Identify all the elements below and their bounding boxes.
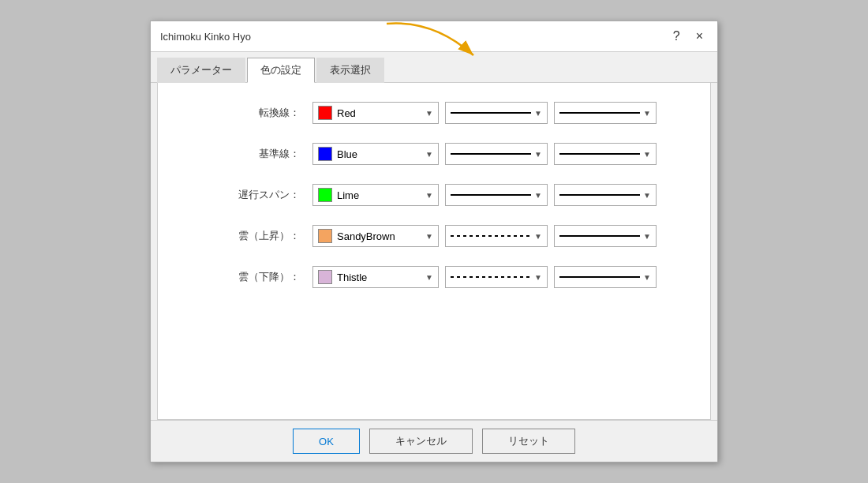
chevron-line1-kijun: ▼: [534, 150, 542, 159]
chevron-line1-chikou: ▼: [534, 191, 542, 200]
color-select-chikou[interactable]: Lime ▼: [312, 184, 439, 206]
line1-kumo-down-inner: [451, 276, 531, 278]
line1-tenkan-inner: [451, 112, 531, 114]
chevron-line1-kumo-up: ▼: [534, 232, 542, 241]
line1-tenkan[interactable]: ▼: [445, 102, 548, 124]
row-chikou: 遅行スパン： Lime ▼ ▼ ▼: [189, 184, 679, 206]
color-select-tenkan[interactable]: Red ▼: [312, 102, 439, 124]
tab-colors[interactable]: 色の設定: [247, 58, 315, 83]
chevron-line2-chikou: ▼: [643, 191, 651, 200]
tab-display[interactable]: 表示選択: [316, 58, 384, 83]
line1-chikou-inner: [451, 194, 531, 196]
color-name-kumo-down: Thistle: [337, 271, 422, 283]
line1-kijun[interactable]: ▼: [445, 143, 548, 165]
chevron-tenkan: ▼: [425, 109, 433, 118]
chevron-line1-tenkan: ▼: [534, 109, 542, 118]
color-name-chikou: Lime: [337, 189, 422, 201]
row-tenkan: 転換線： Red ▼ ▼ ▼: [189, 102, 679, 124]
chevron-kumo-up: ▼: [425, 232, 433, 241]
line2-tenkan[interactable]: ▼: [554, 102, 657, 124]
cancel-button[interactable]: キャンセル: [369, 429, 473, 454]
line2-chikou-inner: [559, 194, 640, 196]
line2-kijun[interactable]: ▼: [554, 143, 657, 165]
color-select-kijun[interactable]: Blue ▼: [312, 143, 439, 165]
chevron-chikou: ▼: [425, 191, 433, 200]
reset-button[interactable]: リセット: [482, 429, 575, 454]
label-tenkan: 転換線：: [189, 106, 300, 120]
label-kumo-down: 雲（下降）：: [189, 270, 300, 284]
color-select-kumo-down[interactable]: Thistle ▼: [312, 266, 439, 288]
label-chikou: 遅行スパン：: [189, 188, 300, 202]
swatch-tenkan: [318, 106, 332, 120]
chevron-line2-kijun: ▼: [643, 150, 651, 159]
line2-kumo-down-inner: [559, 276, 640, 278]
dialog-title: Ichimoku Kinko Hyo: [160, 31, 251, 43]
line2-kumo-up-inner: [559, 235, 640, 237]
chevron-line2-tenkan: ▼: [643, 109, 651, 118]
swatch-kijun: [318, 147, 332, 161]
line1-kijun-inner: [451, 153, 531, 155]
row-kijun: 基準線： Blue ▼ ▼ ▼: [189, 143, 679, 165]
row-kumo-down: 雲（下降）： Thistle ▼ ▼ ▼: [189, 266, 679, 288]
line1-kumo-up[interactable]: ▼: [445, 225, 548, 247]
swatch-kumo-up: [318, 229, 332, 243]
swatch-kumo-down: [318, 270, 332, 284]
chevron-kijun: ▼: [425, 150, 433, 159]
line2-kijun-inner: [559, 153, 640, 155]
line2-chikou[interactable]: ▼: [554, 184, 657, 206]
ichimoku-dialog: Ichimoku Kinko Hyo ? × パラメーター 色の設定 表示選択 …: [150, 21, 718, 462]
line1-kumo-up-inner: [451, 235, 531, 237]
row-kumo-up: 雲（上昇）： SandyBrown ▼ ▼ ▼: [189, 225, 679, 247]
title-bar-buttons: ? ×: [668, 28, 708, 45]
ok-button[interactable]: OK: [293, 429, 360, 454]
tab-content: 転換線： Red ▼ ▼ ▼ 基準線： Blue ▼: [157, 83, 711, 420]
label-kumo-up: 雲（上昇）：: [189, 229, 300, 243]
title-bar: Ichimoku Kinko Hyo ? ×: [151, 21, 717, 52]
line2-tenkan-inner: [559, 112, 640, 114]
close-button[interactable]: ×: [691, 28, 708, 45]
color-name-kumo-up: SandyBrown: [337, 230, 422, 242]
line1-kumo-down[interactable]: ▼: [445, 266, 548, 288]
swatch-chikou: [318, 188, 332, 202]
tab-params[interactable]: パラメーター: [157, 58, 245, 83]
tab-bar: パラメーター 色の設定 表示選択: [151, 52, 717, 83]
chevron-line1-kumo-down: ▼: [534, 273, 542, 282]
chevron-line2-kumo-up: ▼: [643, 232, 651, 241]
help-button[interactable]: ?: [668, 28, 685, 45]
chevron-kumo-down: ▼: [425, 273, 433, 282]
chevron-line2-kumo-down: ▼: [643, 273, 651, 282]
dialog-footer: OK キャンセル リセット: [151, 420, 717, 462]
line1-chikou[interactable]: ▼: [445, 184, 548, 206]
color-select-kumo-up[interactable]: SandyBrown ▼: [312, 225, 439, 247]
label-kijun: 基準線：: [189, 147, 300, 161]
color-name-tenkan: Red: [337, 107, 422, 119]
line2-kumo-down[interactable]: ▼: [554, 266, 657, 288]
color-name-kijun: Blue: [337, 148, 422, 160]
line2-kumo-up[interactable]: ▼: [554, 225, 657, 247]
